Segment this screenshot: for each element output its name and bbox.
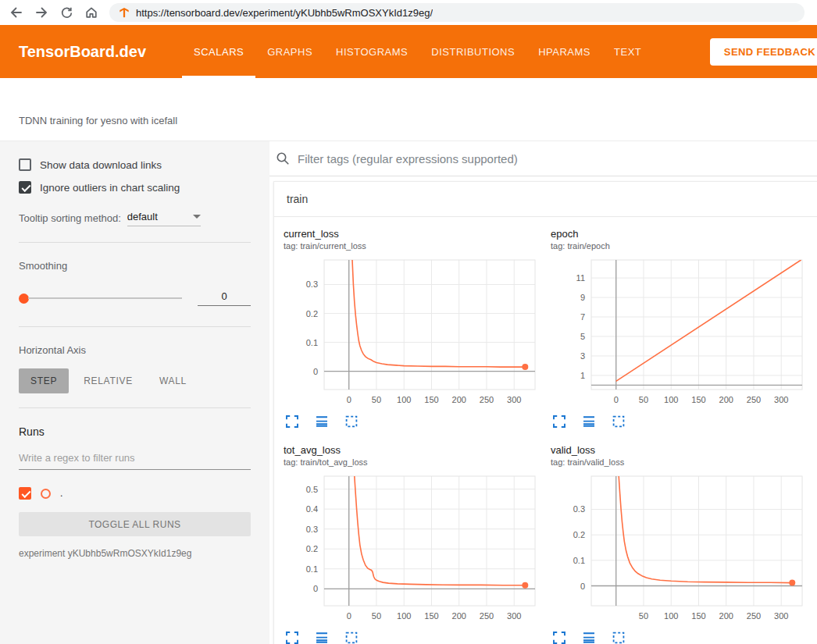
svg-text:50: 50 [639, 395, 648, 404]
send-feedback-button[interactable]: SEND FEEDBACK [710, 38, 817, 66]
tensorboard-favicon-icon [119, 7, 130, 18]
tag-filter-row [269, 141, 817, 176]
tab-hparams[interactable]: HPARAMS [526, 25, 602, 78]
checkbox-label: Show data download links [40, 159, 162, 171]
chart-card-current-loss: current_losstag: train/current_loss05010… [274, 225, 541, 433]
svg-text:100: 100 [397, 395, 411, 404]
train-group-header[interactable]: train [274, 182, 817, 217]
svg-text:0.2: 0.2 [573, 530, 585, 539]
svg-text:250: 250 [480, 611, 494, 621]
fit-domain-icon[interactable] [344, 631, 359, 644]
fit-domain-icon[interactable] [344, 415, 359, 429]
chart-plot-tot-avg-loss[interactable]: 05010015020025030000.10.20.30.40.5 [284, 471, 541, 628]
chart-title: current_loss [284, 228, 541, 240]
sidebar-checkboxes: Show data download linksIgnore outliers … [19, 158, 251, 194]
toggle-all-runs-button[interactable]: TOGGLE ALL RUNS [19, 512, 251, 536]
svg-text:200: 200 [719, 395, 733, 404]
train-card: train current_losstag: train/current_los… [273, 181, 817, 644]
svg-text:0: 0 [347, 395, 351, 404]
chart-card-tot-avg-loss: tot_avg_losstag: train/tot_avg_loss05010… [274, 441, 541, 644]
browser-toolbar: https://tensorboard.dev/experiment/yKUbh… [0, 0, 817, 25]
smoothing-slider-track[interactable] [28, 297, 182, 299]
chart-tag: tag: train/valid_loss [551, 457, 808, 467]
svg-text:7: 7 [580, 312, 585, 322]
svg-text:9: 9 [580, 293, 585, 302]
svg-text:300: 300 [774, 395, 788, 404]
runs-label: Runs [19, 425, 251, 438]
expand-card-icon[interactable] [552, 631, 566, 644]
brand-logo[interactable]: TensorBoard.dev [19, 43, 146, 61]
log-scale-icon[interactable] [315, 631, 329, 644]
fit-domain-icon[interactable] [612, 631, 626, 644]
main-content: train current_losstag: train/current_los… [269, 141, 817, 644]
svg-text:1: 1 [580, 371, 585, 380]
svg-text:100: 100 [664, 395, 678, 404]
svg-text:0: 0 [614, 395, 619, 404]
chart-toolbar [285, 631, 541, 644]
home-icon[interactable] [84, 5, 98, 20]
svg-text:0.3: 0.3 [573, 504, 585, 514]
charts-grid: current_losstag: train/current_loss05010… [274, 217, 817, 644]
subheader: TDNN training for yesno with icefall [0, 78, 817, 141]
chart-plot-current-loss[interactable]: 05010015020025030000.10.20.3 [284, 255, 541, 411]
chart-tag: tag: train/epoch [551, 241, 808, 251]
chart-plot-epoch[interactable]: 0501001502002503001357911 [551, 255, 808, 411]
svg-text:250: 250 [480, 395, 494, 404]
svg-text:150: 150 [691, 611, 705, 621]
tooltip-sorting-label: Tooltip sorting method: [19, 212, 121, 226]
chart-title: valid_loss [551, 444, 808, 456]
expand-card-icon[interactable] [285, 631, 299, 644]
axis-options: STEPRELATIVEWALL [19, 368, 251, 393]
run-checkbox[interactable] [19, 487, 31, 500]
log-scale-icon[interactable] [315, 415, 329, 429]
tab-graphs[interactable]: GRAPHS [255, 25, 324, 78]
tag-filter-input[interactable] [298, 152, 817, 165]
svg-text:50: 50 [372, 611, 381, 621]
chart-toolbar [552, 415, 808, 429]
svg-text:150: 150 [424, 395, 438, 404]
header-tabs: SCALARSGRAPHSHISTOGRAMSDISTRIBUTIONSHPAR… [182, 25, 653, 78]
axis-option-step[interactable]: STEP [19, 368, 69, 393]
checkbox-show-data-download-links[interactable] [19, 158, 31, 171]
checkbox-ignore-outliers-in-chart-scaling[interactable] [19, 181, 31, 194]
svg-text:300: 300 [507, 611, 521, 621]
checkbox-label: Ignore outliers in chart scaling [40, 182, 180, 194]
refresh-icon[interactable] [59, 5, 73, 20]
chart-plot-valid-loss[interactable]: 5010015020025030000.10.20.3 [551, 471, 808, 628]
svg-text:50: 50 [639, 611, 648, 621]
axis-option-wall[interactable]: WALL [148, 368, 198, 393]
run-color-swatch [41, 489, 51, 499]
chart-toolbar [552, 631, 808, 644]
tab-text[interactable]: TEXT [602, 25, 653, 78]
svg-text:0.3: 0.3 [306, 525, 318, 534]
tab-distributions[interactable]: DISTRIBUTIONS [419, 25, 526, 78]
svg-text:150: 150 [691, 395, 705, 404]
log-scale-icon[interactable] [582, 415, 596, 429]
address-bar[interactable]: https://tensorboard.dev/experiment/yKUbh… [109, 3, 805, 22]
svg-text:200: 200 [719, 611, 733, 621]
tab-scalars[interactable]: SCALARS [182, 25, 255, 78]
svg-text:0: 0 [347, 611, 351, 621]
expand-card-icon[interactable] [552, 415, 566, 429]
log-scale-icon[interactable] [582, 631, 596, 644]
chart-toolbar [285, 415, 541, 429]
axis-option-relative[interactable]: RELATIVE [72, 368, 144, 393]
smoothing-value-input[interactable] [198, 290, 251, 306]
svg-text:150: 150 [424, 611, 438, 621]
expand-card-icon[interactable] [285, 415, 299, 429]
svg-text:100: 100 [664, 611, 678, 621]
smoothing-label: Smoothing [19, 260, 251, 272]
chart-title: epoch [551, 228, 808, 240]
chart-title: tot_avg_loss [284, 444, 541, 456]
tab-histograms[interactable]: HISTOGRAMS [324, 25, 419, 78]
svg-text:100: 100 [397, 611, 411, 621]
svg-text:250: 250 [747, 395, 761, 404]
svg-text:0.1: 0.1 [573, 556, 585, 565]
tooltip-sorting-dropdown[interactable]: default [127, 211, 201, 226]
fit-domain-icon[interactable] [612, 415, 626, 429]
back-icon[interactable] [9, 5, 23, 20]
runs-filter-input[interactable] [19, 452, 251, 470]
svg-text:0.3: 0.3 [306, 279, 318, 289]
forward-icon[interactable] [34, 5, 48, 20]
svg-text:0: 0 [580, 582, 585, 591]
